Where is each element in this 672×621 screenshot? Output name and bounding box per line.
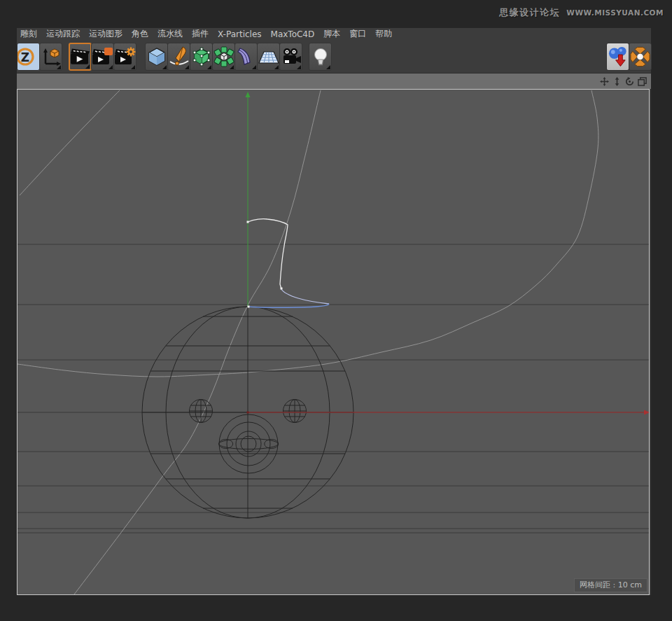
menu-item-9[interactable]: 窗口	[349, 28, 366, 40]
menu-item-7[interactable]: MaxToC4D	[271, 29, 315, 39]
floor-icon	[258, 46, 279, 67]
axis-tool-button[interactable]	[39, 43, 62, 71]
watermark-site-url: WWW.MISSYUAN.COM	[566, 8, 664, 17]
maximize-view-icon[interactable]	[638, 77, 647, 86]
grid-spacing-label: 网格间距 : 10 cm	[574, 578, 648, 592]
camera-icon	[281, 46, 302, 67]
menu-item-8[interactable]: 脚本	[323, 28, 340, 40]
editable-mesh-button[interactable]	[190, 43, 213, 71]
navigation-button[interactable]	[629, 43, 652, 71]
light-icon	[310, 46, 331, 67]
watermark: 思缘设计论坛 WWW.MISSYUAN.COM	[499, 6, 664, 19]
light-object-button[interactable]	[309, 43, 332, 71]
menu-item-1[interactable]: 运动跟踪	[46, 28, 80, 40]
floor-object-button[interactable]	[257, 43, 280, 71]
pen-icon	[169, 46, 190, 67]
cube-primitive-button[interactable]	[145, 43, 168, 71]
render-view-icon	[70, 46, 90, 67]
scene-canvas	[18, 90, 649, 594]
render-settings-button[interactable]	[113, 43, 136, 71]
viewport-header	[17, 73, 651, 89]
menu-item-0[interactable]: 雕刻	[20, 28, 37, 40]
render-region-button[interactable]	[91, 43, 114, 71]
undo-tool-button[interactable]: Z	[17, 43, 40, 71]
axis-icon	[41, 46, 62, 67]
pan-view-icon[interactable]	[600, 77, 609, 86]
menu-item-10[interactable]: 帮助	[375, 28, 392, 40]
menu-bar: 雕刻运动跟踪运动图形角色流水线插件X-ParticlesMaxToC4D脚本窗口…	[17, 28, 651, 40]
menu-item-6[interactable]: X-Particles	[218, 29, 262, 39]
viewport[interactable]: 网格间距 : 10 cm	[17, 89, 650, 595]
toolbar: Z	[17, 40, 651, 73]
menu-item-4[interactable]: 流水线	[158, 28, 183, 40]
spline-pen-button[interactable]	[167, 43, 190, 71]
cloner-icon	[214, 46, 234, 67]
deformer-icon	[236, 46, 257, 67]
menu-item-5[interactable]: 插件	[192, 28, 209, 40]
rotate-view-icon[interactable]	[625, 77, 634, 86]
render-region-icon	[92, 46, 113, 67]
simulation-button[interactable]	[606, 43, 629, 71]
render-view-button[interactable]	[69, 43, 92, 71]
navigation-icon	[629, 45, 651, 69]
undo-icon: Z	[18, 46, 39, 68]
deformer-button[interactable]	[234, 43, 258, 71]
camera-object-button[interactable]	[279, 43, 302, 71]
zoom-view-icon[interactable]	[612, 77, 622, 86]
render-settings-icon	[115, 46, 136, 67]
menu-item-2[interactable]: 运动图形	[89, 28, 122, 40]
menu-item-3[interactable]: 角色	[132, 28, 148, 40]
svg-text:Z: Z	[21, 50, 29, 64]
mograph-cloner-button[interactable]	[212, 43, 235, 71]
cube-icon	[146, 46, 167, 67]
app-window: 雕刻运动跟踪运动图形角色流水线插件X-ParticlesMaxToC4D脚本窗口…	[17, 28, 651, 595]
watermark-site-name: 思缘设计论坛	[499, 6, 560, 19]
simulation-icon	[607, 45, 629, 69]
editable-mesh-icon	[191, 46, 212, 67]
